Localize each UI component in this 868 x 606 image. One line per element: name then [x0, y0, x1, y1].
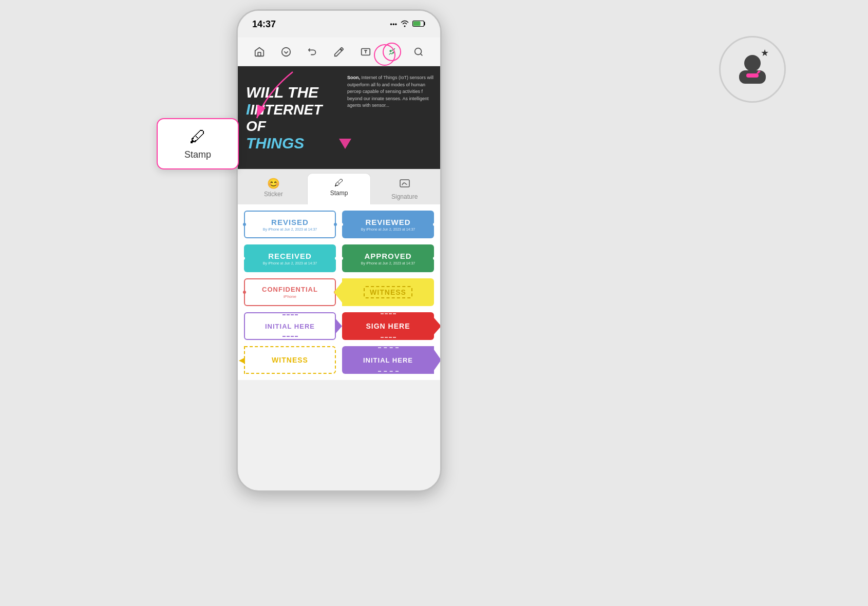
phone-frame: 14:37 ••• — [236, 9, 442, 492]
revised-title: REVISED — [271, 218, 309, 226]
revised-sub: By iPhone at Jun 2, 2023 at 14:37 — [263, 228, 317, 231]
doc-body-area: Soon, Internet of Things (IoT) sensors w… — [341, 66, 440, 169]
doc-arrow-indicator — [335, 131, 355, 154]
status-time: 14:37 — [252, 19, 276, 30]
stamp-grid: REVISED By iPhone at Jun 2, 2023 at 14:3… — [238, 204, 440, 380]
witness-outline-title: WITNESS — [272, 356, 308, 364]
stamp-popup-icon: 🖊 — [190, 127, 206, 146]
stamp-witness-yellow[interactable]: WITNESS — [342, 278, 434, 306]
confidential-dot-left — [243, 291, 246, 294]
received-title: RECEIVED — [268, 252, 312, 260]
status-bar: 14:37 ••• — [238, 11, 440, 37]
sticker-icon: 😊 — [267, 177, 280, 190]
approved-dot-left — [340, 257, 343, 260]
signal-dots-icon: ••• — [390, 21, 397, 28]
stamp-received[interactable]: RECEIVED By iPhone at Jun 2, 2023 at 14:… — [244, 244, 336, 272]
annotate-button[interactable] — [383, 43, 401, 61]
svg-text:★: ★ — [761, 48, 769, 58]
initial-filled-dot-top — [378, 347, 399, 349]
tab-sticker[interactable]: 😊 Sticker — [242, 173, 305, 204]
stamp-witness-outline[interactable]: WITNESS — [244, 346, 336, 374]
profile-circle: ★ — [719, 36, 786, 103]
doc-internet-text: INTERNET — [250, 102, 322, 118]
initial-purple-dot-bottom — [282, 336, 298, 338]
reviewed-title: REVIEWED — [365, 218, 410, 226]
stamp-popup-label: Stamp — [184, 149, 211, 160]
undo-button[interactable] — [303, 43, 322, 61]
initial-purple-title: INITIAL HERE — [265, 323, 315, 330]
received-dot-right — [335, 257, 338, 260]
doc-title-internet: IINTERNET — [246, 101, 333, 118]
doc-title-will: WILL THE — [246, 84, 333, 101]
svg-point-6 — [390, 50, 392, 52]
svg-rect-1 — [413, 21, 421, 26]
confidential-sub: iPhone — [284, 294, 296, 299]
stamp-initial-filled[interactable]: INITIAL HERE — [342, 346, 434, 374]
reviewed-dot-left — [340, 223, 343, 226]
battery-icon — [412, 20, 426, 29]
approved-title: APPROVED — [364, 252, 411, 260]
approved-dot-right — [433, 257, 436, 260]
svg-point-9 — [415, 48, 422, 54]
doc-of-text: OF — [246, 118, 333, 135]
svg-point-8 — [392, 49, 393, 51]
tab-sticker-label: Sticker — [264, 191, 283, 198]
reviewed-dot-right — [433, 223, 436, 226]
tab-row: 😊 Sticker 🖊 Stamp Signature — [238, 169, 440, 204]
witness-yellow-title: WITNESS — [364, 286, 412, 298]
tab-signature-label: Signature — [391, 193, 418, 200]
doc-things-text: THINGS — [246, 135, 333, 152]
tab-stamp-label: Stamp — [330, 190, 348, 197]
initial-filled-title: INITIAL HERE — [363, 356, 413, 364]
tab-signature[interactable]: Signature — [373, 173, 436, 204]
svg-point-3 — [281, 47, 290, 56]
initial-purple-dot-top — [282, 314, 298, 316]
confidential-title: CONFIDENTIAL — [262, 286, 318, 293]
tab-stamp[interactable]: 🖊 Stamp — [307, 173, 371, 204]
sign-here-title: SIGN HERE — [366, 322, 410, 330]
received-sub: By iPhone at Jun 2, 2023 at 14:37 — [263, 261, 317, 265]
svg-rect-15 — [746, 73, 759, 78]
stamp-reviewed[interactable]: REVIEWED By iPhone at Jun 2, 2023 at 14:… — [342, 211, 434, 238]
wifi-icon — [400, 20, 409, 29]
stamp-tab-icon: 🖊 — [334, 178, 344, 188]
dropdown-button[interactable] — [277, 43, 295, 61]
doc-body-text: Soon, Internet of Things (IoT) sensors w… — [347, 74, 434, 109]
revised-dot-right — [334, 223, 337, 226]
stamp-approved[interactable]: APPROVED By iPhone at Jun 2, 2023 at 14:… — [342, 244, 434, 272]
status-icons: ••• — [390, 20, 426, 29]
stamp-revised[interactable]: REVISED By iPhone at Jun 2, 2023 at 14:3… — [244, 211, 336, 238]
doc-title-area: WILL THE IINTERNET OF THINGS — [238, 66, 341, 169]
bottom-panel: 😊 Sticker 🖊 Stamp Signature — [238, 169, 440, 380]
sign-here-dot-top — [381, 313, 396, 315]
sign-here-dot-bottom — [381, 337, 396, 339]
stamp-popup: 🖊 Stamp — [157, 118, 239, 169]
received-dot-left — [242, 257, 245, 260]
initial-filled-dot-bottom — [378, 371, 399, 373]
profile-avatar: ★ — [734, 48, 771, 91]
pen-button[interactable] — [330, 43, 348, 61]
home-button[interactable] — [250, 43, 269, 61]
svg-point-13 — [744, 55, 761, 71]
toolbar — [238, 37, 440, 66]
reviewed-sub: By iPhone at Jun 2, 2023 at 14:37 — [361, 228, 415, 231]
svg-rect-2 — [258, 52, 261, 55]
text-button[interactable] — [356, 43, 375, 61]
stamp-sign-here[interactable]: SIGN HERE — [342, 312, 434, 340]
approved-sub: By iPhone at Jun 2, 2023 at 14:37 — [361, 261, 415, 265]
revised-dot-left — [243, 223, 246, 226]
document-area: WILL THE IINTERNET OF THINGS Soon, Inter… — [238, 66, 440, 169]
stamp-initial-purple[interactable]: INITIAL HERE — [244, 312, 336, 340]
signature-icon — [399, 177, 411, 192]
stamp-confidential[interactable]: CONFIDENTIAL iPhone — [244, 278, 336, 306]
search-button[interactable] — [409, 43, 428, 61]
